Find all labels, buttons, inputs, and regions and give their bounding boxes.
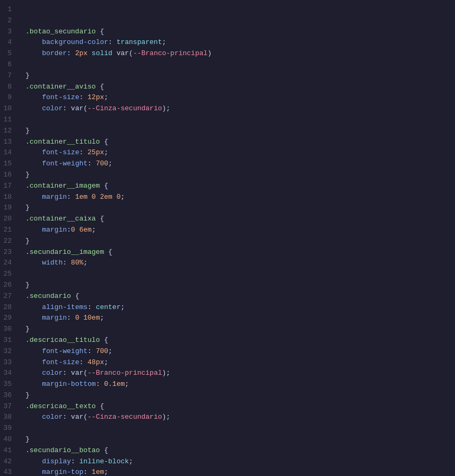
token-punctuation: { <box>100 446 108 454</box>
code-line: margin-top: 1em; <box>25 467 449 476</box>
token-value-number: 0 <box>117 193 121 201</box>
token-punctuation: ; <box>121 193 125 201</box>
code-line: background-color: transparent; <box>25 37 449 48</box>
token-punctuation: ; <box>166 369 170 377</box>
line-number: 14 <box>0 147 15 158</box>
code-line: display: inline-block; <box>25 456 449 468</box>
token-punctuation <box>112 193 117 201</box>
line-number: 17 <box>0 181 15 192</box>
code-editor: 1234567891011121314151617181920212223242… <box>0 0 455 476</box>
code-line: } <box>25 390 449 401</box>
line-number: 34 <box>0 368 15 379</box>
line-number: 32 <box>0 346 15 357</box>
token-property: display <box>42 457 71 465</box>
token-property: background-color <box>42 38 108 46</box>
token-punctuation: : <box>63 413 71 421</box>
line-number: 5 <box>0 48 15 59</box>
token-value-number: 25px <box>88 148 104 156</box>
code-line: .secundario__imagem { <box>25 247 449 258</box>
line-number: 7 <box>0 70 15 82</box>
token-value-number: 1em <box>75 193 88 201</box>
code-line: } <box>25 434 449 445</box>
token-punctuation: : <box>63 259 71 267</box>
token-punctuation: ; <box>104 93 108 101</box>
token-selector: .container__aviso <box>25 83 96 91</box>
token-property: font-weight <box>42 160 88 168</box>
token-value-function: var( <box>71 413 88 421</box>
token-value-number: 700 <box>96 160 108 168</box>
token-punctuation: ; <box>104 358 108 366</box>
token-punctuation <box>112 49 117 57</box>
token-value-number: 700 <box>96 347 108 355</box>
token-punctuation: ; <box>104 148 108 156</box>
line-number: 18 <box>0 192 15 203</box>
token-brace: } <box>25 435 30 443</box>
token-brace: } <box>25 325 30 333</box>
token-value-keyword: inline-block <box>79 457 129 465</box>
code-line: margin:0 6em; <box>25 225 449 236</box>
token-value-number: 0 <box>71 226 75 234</box>
line-number: 29 <box>0 313 15 324</box>
line-number: 19 <box>0 202 15 214</box>
token-value-var: --Branco-principal <box>133 49 207 57</box>
token-property: border <box>42 49 67 57</box>
line-numbers: 1234567891011121314151617181920212223242… <box>0 0 19 476</box>
line-number: 42 <box>0 456 15 468</box>
token-property: font-weight <box>42 347 88 355</box>
code-line: color: var(--Cinza-secundario); <box>25 103 449 114</box>
token-punctuation: : <box>88 303 96 311</box>
line-number: 3 <box>0 27 15 38</box>
token-property: align-items <box>42 303 88 311</box>
line-number: 26 <box>0 280 15 291</box>
token-punctuation: ; <box>120 303 125 311</box>
line-number: 41 <box>0 445 15 456</box>
line-number: 6 <box>0 59 15 70</box>
code-line: .secundario { <box>25 291 449 302</box>
code-content[interactable]: .botao_secundario { background-color: tr… <box>19 0 455 476</box>
line-number: 11 <box>0 114 15 126</box>
line-number: 12 <box>0 126 15 137</box>
token-selector: .descricao__texto <box>25 402 96 410</box>
token-selector: .secundario <box>25 292 71 300</box>
code-line: font-size: 12px; <box>25 92 449 103</box>
code-line: } <box>25 202 449 214</box>
token-value-number: 48px <box>88 358 104 366</box>
token-selector: .container__imagem <box>25 182 100 190</box>
code-line: font-size: 25px; <box>25 147 449 158</box>
token-value-var: --Cinza-secundario <box>88 413 162 421</box>
code-line: } <box>25 170 449 181</box>
token-punctuation: : <box>96 380 104 388</box>
token-punctuation: : <box>71 457 80 465</box>
token-punctuation: : <box>83 468 92 476</box>
token-property: margin <box>42 226 67 234</box>
token-property: font-size <box>42 358 79 366</box>
line-number: 39 <box>0 423 15 434</box>
line-number: 25 <box>0 269 15 280</box>
line-number: 23 <box>0 247 15 258</box>
token-brace: } <box>25 237 30 245</box>
token-punctuation: : <box>88 347 96 355</box>
token-value-number: 1em <box>92 468 104 476</box>
token-punctuation: { <box>100 182 108 190</box>
token-value-number: 2em <box>100 193 112 201</box>
token-property: width <box>42 259 63 267</box>
token-value-function: ) <box>207 49 212 57</box>
token-value-number: 6em <box>79 226 91 234</box>
token-punctuation: ; <box>108 347 112 355</box>
token-selector: .secundario__imagem <box>25 248 104 256</box>
token-property: color <box>42 413 63 421</box>
token-property: color <box>42 104 63 112</box>
token-value-number: 2px <box>75 49 88 57</box>
token-property: font-size <box>42 93 79 101</box>
token-punctuation: { <box>100 138 108 146</box>
token-punctuation: : <box>108 38 117 46</box>
token-punctuation: : <box>67 314 75 322</box>
token-value-var: --Cinza-secundario <box>88 104 162 112</box>
code-line: color: var(--Cinza-secundario); <box>25 412 449 423</box>
line-number: 15 <box>0 158 15 170</box>
token-punctuation <box>88 49 92 57</box>
code-line: .container__aviso { <box>25 82 449 93</box>
line-number: 9 <box>0 92 15 103</box>
line-number: 2 <box>0 15 15 27</box>
line-number: 38 <box>0 412 15 423</box>
